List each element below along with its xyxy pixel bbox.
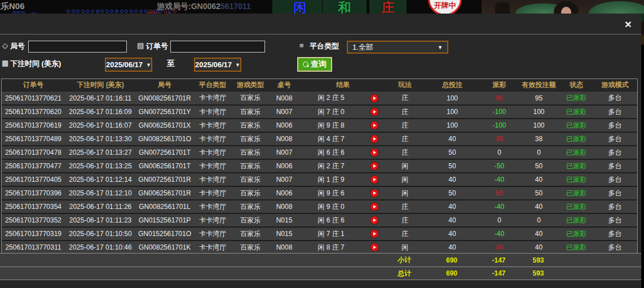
cell-order: 250617013770311 (2, 241, 65, 254)
roadmap-dot (110, 10, 113, 13)
cell-payout: -40 (481, 173, 518, 186)
cell-time: 2025-06-17 01:10:50 (65, 228, 136, 240)
cell-table: N015 (269, 228, 299, 240)
round-filter-label: 局号 (10, 41, 25, 51)
cell-game: 百家乐 (232, 228, 269, 240)
cell-round: GN0062561701T (136, 160, 193, 172)
table-row: 2506170137704782025-06-17 01:13:27GN0072… (2, 145, 637, 159)
replay-play-icon[interactable] (370, 94, 378, 102)
replay-play-icon[interactable] (370, 176, 378, 184)
roadmap-dot (81, 10, 85, 13)
cell-valid: 100 (518, 106, 560, 118)
summary-cell-payout: -147 (480, 254, 517, 267)
summary-cell-empty (559, 267, 592, 280)
cell-order: 250617013770352 (2, 214, 65, 226)
cell-replay (363, 106, 386, 118)
round-input[interactable] (28, 41, 127, 53)
cell-platform: 卡卡湾厅 (193, 200, 232, 213)
dialog-titlebar: × (0, 14, 641, 34)
header-cell: 状态 (560, 79, 593, 91)
table-row: 2506170137703192025-06-17 01:10:50GN0152… (2, 226, 637, 240)
cell-valid: 50 (518, 187, 560, 199)
platform-filter-label: 平台类型 (310, 41, 339, 51)
cell-replay (363, 119, 386, 132)
tab-player-bet[interactable]: 闲 (272, 0, 327, 15)
cell-platform: 卡卡湾厅 (193, 106, 232, 118)
cell-status: 已派彩 (560, 228, 593, 240)
to-label: 至 (167, 59, 175, 69)
cell-game: 百家乐 (232, 173, 269, 186)
cell-bet: 50 (424, 160, 481, 172)
header-cell: 平台类型 (193, 79, 232, 91)
dialog-footer-strip (0, 281, 641, 288)
cell-status: 已派彩 (560, 160, 593, 172)
cell-replay (363, 200, 386, 213)
overlay-dim-strip (641, 14, 644, 288)
replay-play-icon[interactable] (370, 216, 378, 224)
bet-history-table: 订单号下注时间 (美东)局号平台类型游戏类型桌号结果玩法总投注派彩有效投注额状态… (1, 78, 638, 254)
tab-tie-bet[interactable]: 和 (322, 0, 367, 15)
cell-order: 250617013770396 (2, 187, 65, 199)
cell-bet: 40 (424, 133, 481, 145)
cell-status: 已派彩 (560, 106, 593, 118)
cell-order: 250617013770621 (2, 91, 65, 104)
search-button[interactable]: 查询 (297, 57, 332, 72)
platform-select[interactable]: 1.全部 ▼ (347, 41, 448, 54)
cell-time: 2025-06-17 01:12:10 (65, 187, 136, 199)
filter-bar: ◇ 局号 ▤ 订单号 ≡ 平台类型 1.全部 ▼ ▦ 下注时间 (美东) 202… (0, 35, 641, 78)
order-input[interactable] (170, 41, 265, 53)
replay-play-icon[interactable] (370, 243, 378, 251)
header-cell: 局号 (136, 79, 193, 91)
cell-status: 已派彩 (560, 200, 593, 213)
replay-play-icon[interactable] (370, 149, 378, 156)
cell-valid: 0 (518, 214, 560, 226)
cell-payout: 0 (481, 214, 518, 226)
cell-mode: 多台 (593, 173, 637, 186)
summary-cell-empty (193, 267, 231, 280)
cell-result: 闲 8 庄 7 (299, 241, 363, 254)
replay-play-icon[interactable] (370, 203, 378, 211)
cell-wager: 庄 (386, 214, 424, 226)
cell-payout: 50 (481, 187, 518, 199)
roadmap-dot (86, 10, 89, 13)
roadmap-dot (100, 10, 104, 13)
cell-time: 2025-06-17 01:11:23 (65, 214, 136, 226)
cell-result: 闲 9 庄 8 (299, 119, 363, 132)
cell-game: 百家乐 (232, 214, 269, 226)
cell-round: GN0082561701O (136, 133, 193, 145)
cell-order: 250617013770620 (2, 106, 65, 118)
summary-cell-empty (231, 267, 268, 280)
header-cell: 总投注 (424, 79, 481, 91)
table-row: 2506170137704772025-06-17 01:13:25GN0062… (2, 159, 637, 172)
replay-play-icon[interactable] (370, 189, 378, 197)
close-icon[interactable]: × (622, 19, 634, 31)
tab-banker-bet[interactable]: 庄 (369, 0, 407, 15)
replay-play-icon[interactable] (370, 230, 378, 238)
cell-order: 250617013770319 (2, 228, 65, 240)
replay-play-icon[interactable] (370, 135, 378, 143)
cell-valid: 40 (518, 228, 560, 240)
roadmap-dot (120, 10, 123, 13)
replay-play-icon[interactable] (370, 162, 378, 170)
cell-valid: 50 (518, 160, 560, 172)
platform-select-value: 1.全部 (352, 42, 373, 53)
replay-play-icon[interactable] (370, 121, 378, 129)
roadmap-dot (154, 10, 157, 13)
cell-wager: 庄 (386, 133, 424, 145)
cell-mode: 多台 (593, 119, 637, 132)
cell-valid: 40 (518, 200, 560, 213)
cell-mode: 多台 (593, 228, 637, 240)
date-to-picker[interactable]: 2025/06/17 ▼ (194, 58, 241, 72)
cell-order: 250617013770619 (2, 119, 65, 132)
cell-table: N007 (269, 173, 299, 186)
date-from-picker[interactable]: 2025/06/17 ▼ (105, 58, 152, 72)
table-row: 2506170137704892025-06-17 01:13:30GN0082… (2, 132, 637, 145)
banker-glyph: 庄 (382, 0, 395, 15)
cell-replay (363, 228, 386, 240)
cell-mode: 多台 (593, 133, 637, 145)
tie-glyph: 和 (338, 0, 351, 15)
cell-platform: 卡卡湾厅 (193, 214, 232, 226)
cell-mode: 多台 (593, 160, 637, 172)
cell-game: 百家乐 (232, 187, 269, 199)
replay-play-icon[interactable] (370, 108, 378, 116)
